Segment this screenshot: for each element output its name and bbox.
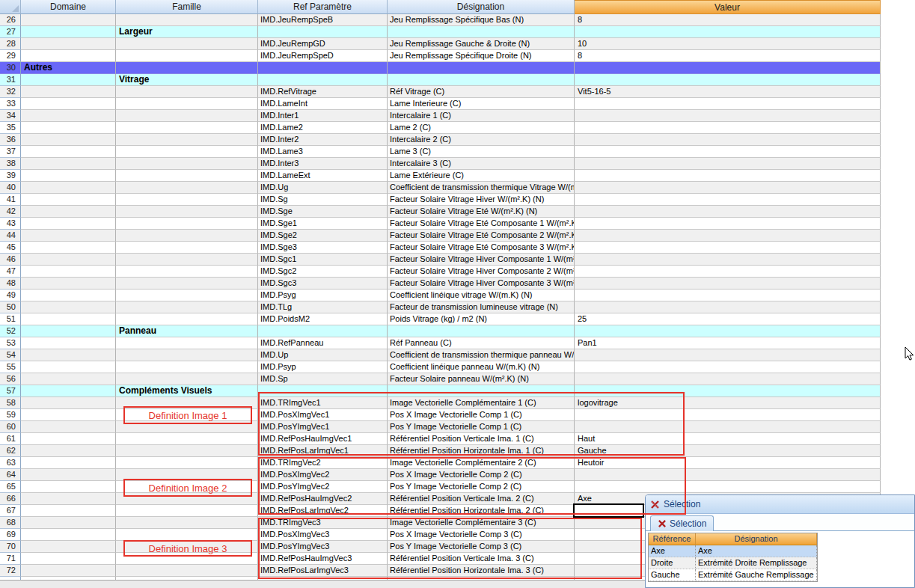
selection-option-row[interactable]: AxeAxe [649, 545, 817, 557]
cell-valeur[interactable]: 8 [575, 50, 881, 62]
row-number[interactable]: 72 [0, 565, 21, 577]
cell-famille[interactable] [116, 457, 258, 469]
cell-famille[interactable] [116, 290, 258, 301]
cell-famille[interactable] [116, 14, 258, 26]
row-number[interactable]: 63 [0, 457, 21, 469]
cell-valeur[interactable] [575, 26, 881, 38]
row-number[interactable]: 30 [0, 62, 21, 74]
cell-famille[interactable] [116, 254, 258, 266]
cell-domaine[interactable] [21, 50, 116, 62]
cell-ref-parametre[interactable] [258, 74, 388, 86]
cell-designation[interactable]: Réf Panneau (C) [388, 337, 575, 349]
row-number[interactable]: 61 [0, 433, 21, 445]
option-designation[interactable]: Extrémité Droite Remplissage [696, 557, 817, 569]
cell-domaine[interactable] [21, 290, 116, 301]
cell-famille[interactable]: Compléments Visuels [116, 385, 258, 397]
column-header-valeur[interactable]: Valeur [575, 0, 881, 14]
cell-domaine[interactable] [21, 134, 116, 146]
cell-domaine[interactable] [21, 325, 116, 337]
cell-domaine[interactable] [21, 529, 116, 541]
cell-designation[interactable]: Facteur Solaire Vitrage Eté Composante 1… [388, 218, 575, 230]
cell-ref-parametre[interactable]: IMD.Lame2 [258, 122, 388, 134]
cell-domaine[interactable] [21, 158, 116, 170]
cell-ref-parametre[interactable]: IMD.Sge1 [258, 218, 388, 230]
cell-ref-parametre[interactable]: IMD.JeuRempSpeB [258, 14, 388, 26]
cell-valeur[interactable] [575, 122, 881, 134]
cell-valeur[interactable] [575, 290, 881, 301]
row-number[interactable]: 64 [0, 469, 21, 481]
cell-valeur[interactable] [575, 74, 881, 86]
cell-designation[interactable]: Lame Interieure (C) [388, 98, 575, 110]
cell-famille[interactable] [116, 98, 258, 110]
cell-ref-parametre[interactable]: IMD.Psyp [258, 361, 388, 373]
cell-domaine[interactable] [21, 301, 116, 313]
cell-domaine[interactable] [21, 493, 116, 505]
cell-ref-parametre[interactable]: IMD.LameExt [258, 170, 388, 182]
row-number[interactable]: 55 [0, 361, 21, 373]
cell-domaine[interactable] [21, 397, 116, 409]
cell-ref-parametre[interactable]: IMD.Inter3 [258, 158, 388, 170]
selection-column-header[interactable]: Référence [649, 533, 696, 545]
cell-domaine[interactable] [21, 421, 116, 433]
cell-valeur[interactable] [575, 266, 881, 278]
option-designation[interactable]: Axe [696, 545, 817, 557]
selection-column-header[interactable]: Désignation [696, 533, 817, 545]
row-number[interactable]: 43 [0, 218, 21, 230]
cell-valeur[interactable] [575, 206, 881, 218]
cell-valeur[interactable]: 8 [575, 14, 881, 26]
cell-famille[interactable] [116, 182, 258, 194]
cell-designation[interactable]: Facteur Solaire panneau W/(m².K) (N) [388, 373, 575, 385]
cell-valeur[interactable]: 25 [575, 313, 881, 325]
cell-domaine[interactable] [21, 373, 116, 385]
cell-designation[interactable]: Facteur Solaire Vitrage Hiver Composante… [388, 266, 575, 278]
row-number[interactable]: 66 [0, 493, 21, 505]
cell-famille[interactable] [116, 62, 258, 74]
cell-valeur[interactable] [575, 349, 881, 361]
option-reference[interactable]: Gauche [649, 569, 696, 581]
row-number[interactable]: 47 [0, 266, 21, 278]
cell-designation[interactable]: Facteur Solaire Vitrage Eté Composante 3… [388, 242, 575, 254]
cell-domaine[interactable] [21, 206, 116, 218]
selection-option-row[interactable]: DroiteExtrémité Droite Remplissage [649, 557, 817, 569]
cell-famille[interactable] [116, 86, 258, 98]
cell-famille[interactable] [116, 301, 258, 313]
column-header-domaine[interactable]: Domaine [21, 0, 116, 14]
row-number[interactable]: 28 [0, 38, 21, 50]
cell-ref-parametre[interactable]: IMD.LameInt [258, 98, 388, 110]
row-number[interactable]: 33 [0, 98, 21, 110]
cell-domaine[interactable] [21, 98, 116, 110]
option-reference[interactable]: Droite [649, 557, 696, 569]
row-number[interactable]: 58 [0, 397, 21, 409]
cell-domaine[interactable] [21, 86, 116, 98]
cell-famille[interactable] [116, 433, 258, 445]
cell-valeur[interactable]: 10 [575, 38, 881, 50]
row-number[interactable]: 39 [0, 170, 21, 182]
cell-designation[interactable] [388, 325, 575, 337]
cell-domaine[interactable] [21, 14, 116, 26]
cell-domaine[interactable] [21, 122, 116, 134]
row-number[interactable]: 51 [0, 313, 21, 325]
cell-famille[interactable] [116, 278, 258, 290]
cell-domaine[interactable] [21, 313, 116, 325]
cell-domaine[interactable] [21, 433, 116, 445]
row-number[interactable]: 37 [0, 146, 21, 158]
cell-valeur[interactable] [575, 361, 881, 373]
row-number[interactable]: 59 [0, 409, 21, 421]
cell-ref-parametre[interactable]: IMD.Sgc3 [258, 278, 388, 290]
cell-designation[interactable]: Jeu Remplissage Spécifique Droite (N) [388, 50, 575, 62]
cell-domaine[interactable] [21, 553, 116, 565]
row-number[interactable]: 46 [0, 254, 21, 266]
row-number[interactable]: 56 [0, 373, 21, 385]
cell-ref-parametre[interactable]: IMD.Sge [258, 206, 388, 218]
cell-domaine[interactable] [21, 457, 116, 469]
cell-ref-parametre[interactable]: IMD.Sge3 [258, 242, 388, 254]
cell-ref-parametre[interactable]: IMD.PoidsM2 [258, 313, 388, 325]
cell-designation[interactable]: Lame 2 (C) [388, 122, 575, 134]
cell-valeur[interactable] [575, 158, 881, 170]
cell-domaine[interactable] [21, 26, 116, 38]
cell-valeur[interactable] [575, 170, 881, 182]
row-number[interactable]: 53 [0, 337, 21, 349]
cell-ref-parametre[interactable]: IMD.Psyg [258, 290, 388, 301]
cell-designation[interactable]: Facteur Solaire Vitrage Eté W/(m².K) (N) [388, 206, 575, 218]
cell-designation[interactable]: Intercalaire 3 (C) [388, 158, 575, 170]
